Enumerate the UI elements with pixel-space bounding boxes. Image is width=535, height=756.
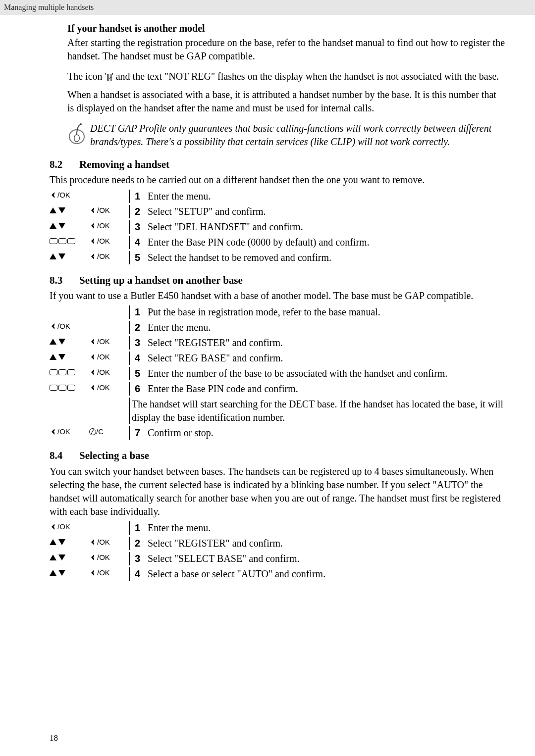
menu-arrow-icon <box>50 429 55 435</box>
heading-8-2-title: Removing a handset <box>79 157 169 171</box>
step-num: 4 <box>132 567 148 581</box>
heading-8-2: 8.2 Removing a handset <box>50 157 505 171</box>
menu-arrow-icon <box>89 223 95 229</box>
ok-label: /OK <box>57 522 70 532</box>
handset-icon: ‖∦ <box>107 73 111 81</box>
step-text: Select "REG BASE" and confirm. <box>148 352 505 365</box>
step-text: Select the handset to be removed and con… <box>148 251 505 264</box>
running-head: Managing multiple handsets <box>0 0 535 15</box>
menu-arrow-icon <box>89 253 95 259</box>
up-icon <box>50 339 56 345</box>
search-text: The handset will start searching for the… <box>132 398 505 424</box>
steps-8-4: /OK 1 Enter the menu. /OK 2 Select "REGI… <box>50 521 505 581</box>
down-icon <box>58 554 65 560</box>
up-icon <box>50 253 56 259</box>
down-icon <box>58 223 65 229</box>
up-icon <box>50 539 56 545</box>
down-icon <box>58 339 65 345</box>
intro-p3: When a handset is associated with a base… <box>67 88 505 115</box>
ok-label: /OK <box>97 205 110 215</box>
ok-label: /OK <box>97 568 110 578</box>
intro-p2: The icon '‖∦' and the text "NOT REG" fla… <box>67 70 505 83</box>
step-num: 1 <box>132 521 148 535</box>
svg-point-1 <box>80 123 82 125</box>
menu-arrow-icon <box>89 207 95 213</box>
step-text: Enter the menu. <box>148 321 505 334</box>
ok-label: /OK <box>57 427 70 437</box>
intro-8-2: This procedure needs to be carried out o… <box>50 173 505 187</box>
step-num: 1 <box>132 305 148 319</box>
steps-8-3: 1 Put the base in registration mode, ref… <box>50 305 505 440</box>
up-icon <box>50 554 56 560</box>
menu-arrow-icon <box>89 238 95 244</box>
up-icon <box>50 570 56 576</box>
note-icon <box>67 122 90 145</box>
step-text: Enter the Base PIN code (0000 by default… <box>148 236 505 249</box>
step-text: Select "DEL HANDSET" and confirm. <box>148 220 505 234</box>
step-text: Select "REGISTER" and confirm. <box>148 336 505 350</box>
keypad-icon <box>50 369 75 375</box>
step-num: 7 <box>132 426 148 440</box>
intro-p2-post: ' and the text "NOT REG" flashes on the … <box>111 71 499 82</box>
menu-arrow-icon <box>89 339 95 345</box>
step-num: 1 <box>132 190 148 203</box>
up-icon <box>50 223 56 229</box>
ok-label: /OK <box>97 236 110 246</box>
heading-8-4-title: Selecting a base <box>79 449 149 462</box>
menu-arrow-icon <box>89 385 95 391</box>
ok-label: /OK <box>97 537 110 547</box>
up-icon <box>50 207 56 213</box>
steps-8-2: /OK 1 Enter the menu. /OK 2 Select "SETU… <box>50 190 505 264</box>
step-num: 5 <box>132 367 148 380</box>
step-num: 6 <box>132 382 148 396</box>
menu-arrow-icon <box>50 192 55 198</box>
menu-arrow-icon <box>50 524 55 530</box>
down-icon <box>58 253 65 259</box>
step-num: 2 <box>132 321 148 334</box>
heading-8-2-number: 8.2 <box>50 157 79 171</box>
menu-arrow-icon <box>50 323 55 329</box>
step-text: Enter the menu. <box>148 521 505 535</box>
step-text: Confirm or stop. <box>148 426 505 440</box>
step-num: 3 <box>132 220 148 234</box>
step-num: 4 <box>132 352 148 365</box>
intro-p1: After starting the registration procedur… <box>67 36 505 63</box>
step-num: 2 <box>132 537 148 550</box>
ok-label: /OK <box>97 337 110 347</box>
menu-arrow-icon <box>89 354 95 360</box>
intro-8-4: You can switch your handset between base… <box>50 465 505 518</box>
step-num: 5 <box>132 251 148 264</box>
menu-arrow-icon <box>89 369 95 375</box>
down-icon <box>58 354 65 360</box>
keypad-icon <box>50 238 75 244</box>
cancel-icon <box>89 428 96 435</box>
down-icon <box>58 570 65 576</box>
ok-label: /OK <box>57 321 70 331</box>
heading-8-3-number: 8.3 <box>50 273 79 287</box>
cancel-label: /C <box>89 427 104 437</box>
note-text: DECT GAP Profile only guarantees that ba… <box>90 122 505 149</box>
menu-arrow-icon <box>89 570 95 576</box>
down-icon <box>58 539 65 545</box>
step-num: 4 <box>132 236 148 249</box>
ok-label: /OK <box>97 383 110 393</box>
up-icon <box>50 354 56 360</box>
step-text: Enter the number of the base to be assoc… <box>148 367 505 380</box>
ok-label: /OK <box>97 352 110 362</box>
step-text: Select "SELECT BASE" and confirm. <box>148 552 505 565</box>
sub-heading-another-model: If your handset is another model <box>67 22 505 35</box>
page-number: 18 <box>50 733 58 744</box>
ok-label: /OK <box>97 221 110 231</box>
heading-8-3-title: Setting up a handset on another base <box>79 273 243 287</box>
step-text: Enter the Base PIN code and confirm. <box>148 382 505 396</box>
step-text: Enter the menu. <box>148 190 505 203</box>
intro-p2-pre: The icon ' <box>67 71 107 82</box>
step-text: Select a base or select "AUTO" and confi… <box>148 567 505 581</box>
ok-label: /OK <box>97 367 110 377</box>
menu-arrow-icon <box>89 554 95 560</box>
heading-8-4-number: 8.4 <box>50 449 79 462</box>
keypad-icon <box>50 385 75 391</box>
step-num: 2 <box>132 205 148 218</box>
menu-arrow-icon <box>89 539 95 545</box>
heading-8-4: 8.4 Selecting a base <box>50 449 505 462</box>
